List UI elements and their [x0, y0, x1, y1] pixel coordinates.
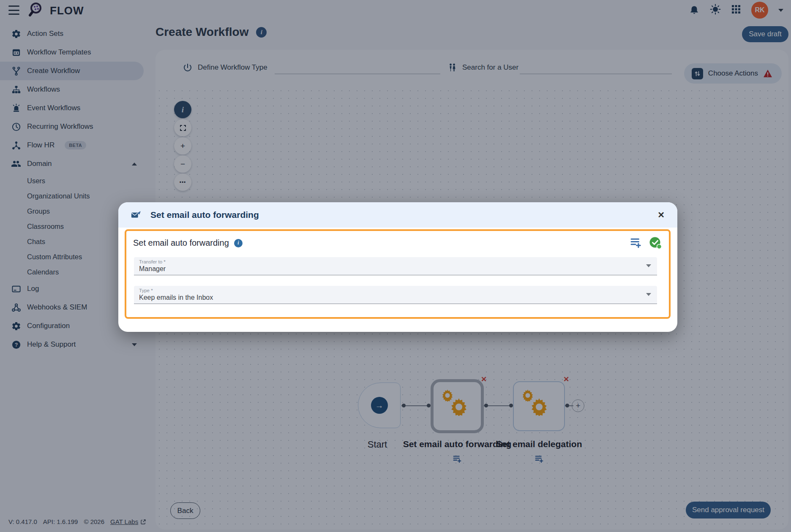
approved-check-icon[interactable]: [649, 236, 662, 251]
type-select[interactable]: Type * Keep emails in the Inbox: [134, 286, 657, 304]
info-icon[interactable]: i: [234, 239, 243, 247]
app-root: FLOW RK Action Sets: [0, 0, 791, 532]
dropdown-caret-icon: [646, 293, 651, 296]
modal-header: Set email auto forwarding ✕: [118, 202, 677, 228]
action-config-panel: Set email auto forwarding i Transfer to …: [125, 229, 671, 319]
panel-heading: Set email auto forwarding: [133, 238, 229, 248]
dropdown-caret-icon: [646, 264, 651, 267]
close-icon[interactable]: ✕: [657, 210, 665, 220]
email-forward-icon: [131, 210, 141, 220]
modal-title: Set email auto forwarding: [150, 210, 259, 220]
transfer-to-select[interactable]: Transfer to * Manager: [134, 257, 657, 275]
set-email-auto-forwarding-modal: Set email auto forwarding ✕ Set email au…: [118, 202, 677, 332]
doc-plus-icon[interactable]: [629, 236, 642, 251]
